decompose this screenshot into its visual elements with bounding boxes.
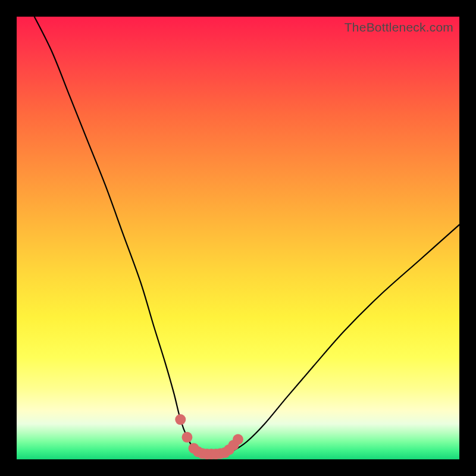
chart-frame: TheBottleneck.com	[0, 0, 476, 476]
highlight-dot	[175, 414, 186, 425]
highlight-dot	[181, 432, 192, 443]
bottleneck-curve-path	[35, 17, 459, 454]
curve-svg	[17, 17, 459, 459]
highlight-dot	[233, 434, 243, 445]
highlight-dots-group	[175, 414, 243, 459]
plot-area: TheBottleneck.com	[17, 17, 459, 459]
